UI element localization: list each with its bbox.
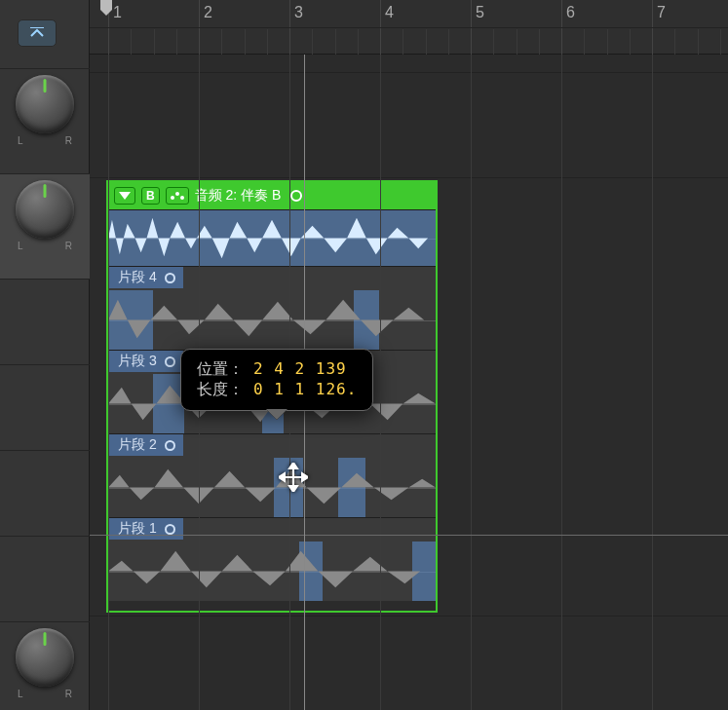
tooltip-len-label: 长度：: [197, 380, 244, 400]
horizontal-guide: [90, 535, 728, 536]
timeline-ruler-sub[interactable]: [90, 27, 728, 55]
collapse-button[interactable]: [18, 19, 57, 47]
pan-knob[interactable]: [16, 75, 74, 133]
svg-point-2: [175, 192, 179, 196]
take-label[interactable]: 片段 1: [108, 518, 183, 540]
svg-marker-8: [279, 473, 285, 481]
track-header-5[interactable]: [0, 450, 90, 536]
pan-labels: LR: [0, 135, 90, 146]
bar-number: 5: [476, 4, 484, 21]
take-folder-header[interactable]: B 音频 2: 伴奏 B: [108, 182, 436, 209]
circle-icon: [165, 440, 175, 451]
move-cursor-icon: [279, 463, 308, 492]
pan-labels: LR: [0, 689, 90, 699]
track-lane-3[interactable]: [90, 616, 728, 710]
take-lane-4[interactable]: 片段 4: [108, 266, 436, 350]
take-label[interactable]: 片段 4: [108, 267, 183, 288]
track-header-1[interactable]: LR: [0, 68, 90, 173]
track-header-column: LR LR LR: [0, 0, 90, 710]
tooltip-pos-value: 2 4 2 139: [253, 359, 347, 380]
circle-icon: [165, 356, 175, 367]
svg-marker-9: [302, 473, 308, 481]
track-header-6[interactable]: [0, 536, 90, 621]
take-lane-1[interactable]: 片段 1: [108, 517, 436, 601]
circle-icon: [165, 524, 175, 535]
triangle-down-icon: [119, 192, 131, 200]
svg-point-3: [180, 196, 184, 200]
bar-number: 7: [657, 4, 666, 21]
disclosure-toggle[interactable]: [114, 187, 135, 205]
take-label[interactable]: 片段 3: [108, 351, 183, 372]
bar-number: 4: [385, 4, 394, 21]
svg-marker-6: [289, 463, 297, 468]
pan-labels: LR: [0, 241, 90, 251]
svg-rect-0: [30, 27, 44, 28]
comp-lane[interactable]: [108, 209, 436, 266]
take-folder-title: 音频 2: 伴奏 B: [195, 187, 282, 205]
bar-number: 6: [566, 4, 575, 21]
take-folder-letter: B: [141, 187, 160, 205]
tooltip-pos-label: 位置：: [197, 359, 244, 380]
track-lane-1[interactable]: [90, 72, 728, 177]
take-lane-2[interactable]: 片段 2: [108, 433, 436, 517]
bar-number: 2: [204, 4, 212, 21]
tooltip-len-value: 0 1 1 126.: [253, 380, 357, 400]
take-label[interactable]: 片段 2: [108, 434, 183, 456]
track-header-3[interactable]: [0, 279, 90, 364]
position-tooltip: 位置：2 4 2 139 长度：0 1 1 126.: [180, 349, 373, 411]
arrange-area[interactable]: B 音频 2: 伴奏 B 片段 4 片段 3: [90, 55, 728, 710]
track-header-2[interactable]: LR: [0, 173, 90, 279]
quick-swipe-icon[interactable]: [166, 187, 189, 205]
circle-icon: [165, 273, 175, 283]
pan-knob[interactable]: [16, 180, 74, 239]
svg-point-1: [171, 196, 174, 200]
playhead-marker[interactable]: [100, 0, 116, 21]
track-header-4[interactable]: [0, 364, 90, 450]
pan-knob[interactable]: [16, 628, 74, 687]
svg-marker-10: [100, 0, 112, 16]
chevron-up-icon: [29, 27, 45, 39]
loop-indicator-icon: [290, 190, 302, 202]
svg-marker-7: [289, 486, 297, 492]
track-header-7[interactable]: LR: [0, 621, 90, 709]
bar-number: 3: [294, 4, 303, 21]
